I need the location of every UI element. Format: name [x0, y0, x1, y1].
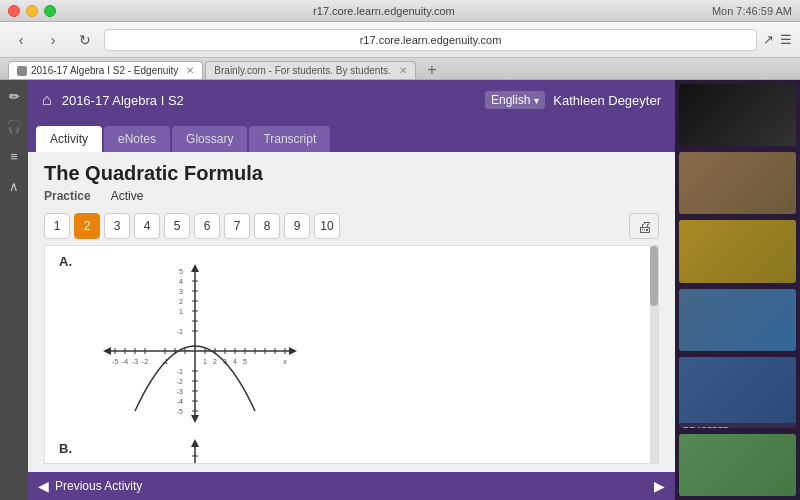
- problem-3-button[interactable]: 3: [104, 213, 130, 239]
- svg-marker-57: [191, 439, 199, 447]
- print-button[interactable]: 🖨: [629, 213, 659, 239]
- browser-tab-brainly[interactable]: Brainly.com - For students. By students.…: [205, 61, 416, 79]
- svg-marker-4: [191, 415, 199, 423]
- main-page: ⌂ 2016-17 Algebra I S2 English ▾ Kathlee…: [28, 80, 675, 500]
- tab-label-1: 2016-17 Algebra I S2 - Edgenuity: [31, 65, 178, 76]
- lesson-subtitle: Practice Active: [44, 189, 659, 203]
- thumbnail-map[interactable]: map that leads to you: [679, 289, 796, 351]
- tab-enotes-label: eNotes: [118, 132, 156, 146]
- thumbnail-img-kenna: [679, 152, 796, 214]
- back-button[interactable]: ‹: [8, 30, 34, 50]
- graph-svg: -1 1 2 3 4 5 -1 -2 -3 -4 -5 -5 -4: [65, 246, 605, 464]
- scroll-thumb[interactable]: [650, 246, 658, 306]
- svg-text:4: 4: [179, 278, 183, 285]
- thumbnail-fox[interactable]: what does the fox say: [679, 220, 796, 282]
- svg-text:x: x: [283, 358, 287, 365]
- lesson-content: The Quadratic Formula Practice Active 1 …: [28, 152, 675, 472]
- right-sidebar: Star Wars Disney....M.mp4 kenna dance 1 …: [675, 80, 800, 500]
- svg-marker-2: [191, 264, 199, 272]
- svg-text:-2: -2: [142, 358, 148, 365]
- pencil-icon[interactable]: ✏: [4, 86, 24, 106]
- problem-8-button[interactable]: 8: [254, 213, 280, 239]
- activity-tabs: Activity eNotes Glossary Transcript: [28, 120, 675, 152]
- thumbnail-label-de4c: DE4C7B7F-D33F-....Q.mp4: [679, 423, 796, 428]
- address-bar[interactable]: r17.core.learn.edgenuity.com: [104, 29, 757, 51]
- svg-marker-5: [103, 347, 111, 355]
- tab-close-1[interactable]: ✕: [186, 65, 194, 76]
- thumbnail-animal[interactable]: Animal jam Vines 4.mp4: [679, 434, 796, 496]
- svg-text:1: 1: [179, 308, 183, 315]
- page-title: r17.core.learn.edgenuity.com: [313, 5, 455, 17]
- svg-text:-1: -1: [177, 328, 183, 335]
- tab-glossary[interactable]: Glossary: [172, 126, 247, 152]
- problem-2-button[interactable]: 2: [74, 213, 100, 239]
- reader-icon: ☰: [780, 32, 792, 47]
- maximize-button[interactable]: [44, 5, 56, 17]
- svg-text:-5: -5: [112, 358, 118, 365]
- user-name: Kathleen Degeyter: [553, 93, 661, 108]
- dropdown-arrow-icon: ▾: [534, 95, 539, 106]
- tab-activity-label: Activity: [50, 132, 88, 146]
- new-tab-button[interactable]: +: [422, 61, 442, 79]
- tab-transcript[interactable]: Transcript: [249, 126, 330, 152]
- title-bar-left: [8, 5, 56, 17]
- problem-9-button[interactable]: 9: [284, 213, 310, 239]
- browser-tab-edgenuity[interactable]: 2016-17 Algebra I S2 - Edgenuity ✕: [8, 61, 203, 79]
- svg-text:-2: -2: [177, 378, 183, 385]
- reload-button[interactable]: ↻: [72, 30, 98, 50]
- header-left: ⌂ 2016-17 Algebra I S2: [42, 91, 184, 109]
- svg-text:2: 2: [179, 298, 183, 305]
- practice-label: Practice: [44, 189, 91, 203]
- share-icon: ↗: [763, 32, 774, 47]
- problem-10-button[interactable]: 10: [314, 213, 340, 239]
- close-button[interactable]: [8, 5, 20, 17]
- svg-text:5: 5: [243, 358, 247, 365]
- problem-7-button[interactable]: 7: [224, 213, 250, 239]
- next-arrow-icon[interactable]: ▶: [654, 478, 665, 494]
- minimize-button[interactable]: [26, 5, 38, 17]
- home-icon[interactable]: ⌂: [42, 91, 52, 109]
- problem-5-button[interactable]: 5: [164, 213, 190, 239]
- svg-text:-4: -4: [177, 398, 183, 405]
- course-title: 2016-17 Algebra I S2: [62, 93, 184, 108]
- tab-enotes[interactable]: eNotes: [104, 126, 170, 152]
- problem-6-button[interactable]: 6: [194, 213, 220, 239]
- language-label: English: [491, 93, 530, 107]
- svg-text:3: 3: [179, 288, 183, 295]
- svg-text:-5: -5: [177, 408, 183, 415]
- svg-text:-3: -3: [132, 358, 138, 365]
- tab-activity[interactable]: Activity: [36, 126, 102, 152]
- prev-activity-label: Previous Activity: [55, 479, 142, 493]
- thumbnail-kenna[interactable]: kenna dance 1: [679, 152, 796, 214]
- svg-text:-4: -4: [122, 358, 128, 365]
- language-dropdown[interactable]: English ▾: [485, 91, 545, 109]
- thumbnail-img-map: [679, 289, 796, 351]
- chevron-up-icon[interactable]: ∧: [4, 176, 24, 196]
- browser-bar: ‹ › ↻ r17.core.learn.edgenuity.com ↗ ☰: [0, 22, 800, 58]
- header-right: English ▾ Kathleen Degeyter: [485, 91, 661, 109]
- problem-4-button[interactable]: 4: [134, 213, 160, 239]
- thumbnail-img-animal: [679, 434, 796, 496]
- svg-text:-1: -1: [177, 368, 183, 375]
- headphones-icon[interactable]: 🎧: [4, 116, 24, 136]
- browser-tabs-bar: 2016-17 Algebra I S2 - Edgenuity ✕ Brain…: [0, 58, 800, 80]
- scroll-track[interactable]: [650, 246, 658, 463]
- thumbnail-img-de4c: [679, 357, 796, 423]
- svg-text:5: 5: [179, 268, 183, 275]
- thumbnail-de4c[interactable]: DE4C7B7F-D33F-....Q.mp4: [679, 357, 796, 428]
- tab-close-2[interactable]: ✕: [399, 65, 407, 76]
- tab-label-2: Brainly.com - For students. By students.: [214, 65, 391, 76]
- thumbnail-img-starwars: [679, 84, 796, 146]
- prev-activity-button[interactable]: ◀ Previous Activity: [38, 478, 142, 494]
- problem-numbers: 1 2 3 4 5 6 7 8 9 10 🖨: [28, 207, 675, 245]
- content-area: ✏ 🎧 ≡ ∧ ⌂ 2016-17 Algebra I S2 English ▾…: [0, 80, 800, 500]
- svg-text:1: 1: [203, 358, 207, 365]
- title-bar: r17.core.learn.edgenuity.com Mon 7:46:59…: [0, 0, 800, 22]
- forward-button[interactable]: ›: [40, 30, 66, 50]
- tab-glossary-label: Glossary: [186, 132, 233, 146]
- problem-1-button[interactable]: 1: [44, 213, 70, 239]
- time-display: Mon 7:46:59 AM: [712, 5, 792, 17]
- svg-text:4: 4: [233, 358, 237, 365]
- thumbnail-starwars[interactable]: Star Wars Disney....M.mp4: [679, 84, 796, 146]
- list-icon[interactable]: ≡: [4, 146, 24, 166]
